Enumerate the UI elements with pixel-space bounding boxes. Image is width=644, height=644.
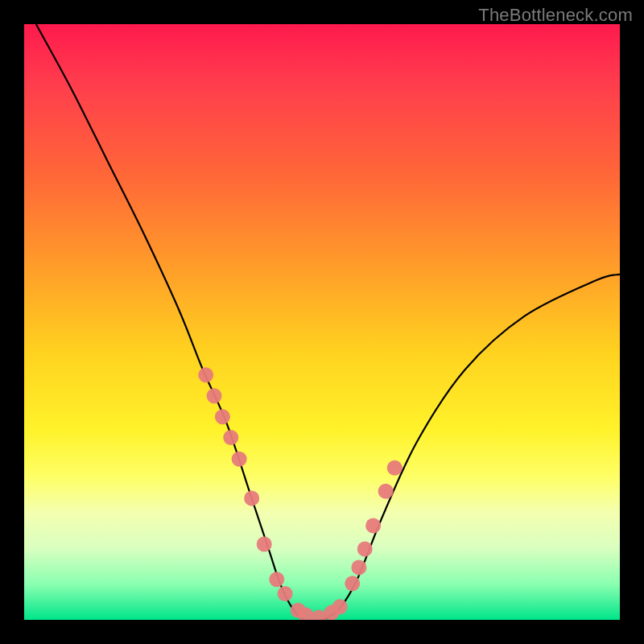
sample-dot (215, 409, 230, 424)
sample-dot (207, 388, 222, 403)
sample-dot (244, 491, 259, 506)
sample-dot (278, 586, 293, 601)
sample-dot (387, 460, 402, 476)
sample-dot (345, 576, 360, 591)
sample-dots (198, 367, 402, 620)
chart-frame: TheBottleneck.com (0, 0, 644, 644)
watermark-text: TheBottleneck.com (478, 5, 633, 26)
sample-dot (223, 430, 238, 445)
sample-dot (269, 572, 284, 587)
sample-dot (351, 559, 366, 575)
bottleneck-curve (36, 24, 620, 620)
sample-dot (357, 541, 373, 556)
sample-dot (365, 518, 381, 534)
sample-dot (378, 484, 394, 499)
bottleneck-chart (24, 24, 620, 620)
plot-area (24, 24, 620, 620)
sample-dot (257, 537, 272, 552)
sample-dot (198, 367, 213, 382)
sample-dot (332, 599, 348, 614)
sample-dot (232, 452, 247, 467)
